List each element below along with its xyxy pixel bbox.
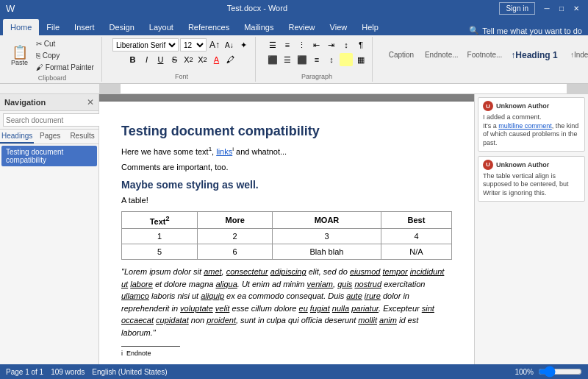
table-cell: 1 bbox=[122, 229, 198, 244]
paragraph-label: Paragraph bbox=[301, 73, 332, 80]
nav-tab-headings[interactable]: Headings bbox=[0, 130, 34, 144]
zoom-slider[interactable] bbox=[538, 366, 582, 378]
horizontal-ruler bbox=[0, 84, 588, 94]
doc-link-links[interactable]: links bbox=[216, 147, 232, 156]
italic-button[interactable]: I bbox=[140, 53, 153, 66]
tab-layout[interactable]: Layout bbox=[142, 19, 181, 35]
border-button[interactable]: ▦ bbox=[354, 53, 368, 66]
align-right-button[interactable]: ⬛ bbox=[295, 53, 309, 66]
nav-tab-results[interactable]: Results bbox=[66, 130, 98, 144]
style-endnote[interactable]: Endnote... bbox=[421, 49, 462, 61]
doc-underline-adipiscing: adipiscing bbox=[270, 267, 306, 276]
doc-underline-aute: aute bbox=[346, 291, 362, 300]
doc-underline-nulla: nulla bbox=[332, 304, 349, 313]
align-left-button[interactable]: ⬛ bbox=[266, 53, 279, 66]
cut-button[interactable]: ✂ Cut bbox=[33, 38, 97, 49]
style-footnote[interactable]: Footnote... bbox=[464, 49, 506, 61]
tab-references[interactable]: References bbox=[181, 19, 237, 35]
doc-underline-nostrud: nostrud bbox=[354, 280, 381, 288]
doc-underline-fugiat: fugiat bbox=[310, 304, 330, 313]
multilevel-button[interactable]: ⋮ bbox=[295, 38, 309, 52]
status-zoom: 100% bbox=[514, 368, 534, 376]
navigation-pane: Navigation ✕ 🔍 Headings Pages Results Te… bbox=[0, 94, 99, 375]
restore-button[interactable]: □ bbox=[556, 3, 567, 13]
table-header-text: Text2 bbox=[122, 211, 198, 229]
numbering-button[interactable]: ≡ bbox=[281, 38, 294, 52]
shading-button[interactable] bbox=[340, 53, 353, 66]
strikethrough-button[interactable]: S bbox=[168, 53, 181, 66]
table-cell: 3 bbox=[273, 229, 381, 244]
tab-mailings[interactable]: Mailings bbox=[237, 19, 281, 35]
line-spacing-button[interactable]: ↕ bbox=[325, 53, 338, 66]
nav-search-input[interactable] bbox=[3, 113, 102, 127]
close-button[interactable]: ✕ bbox=[570, 3, 582, 13]
align-center-button[interactable]: ☰ bbox=[281, 53, 294, 66]
ruler-inner bbox=[99, 84, 588, 93]
ribbon-group-clipboard: 📋 Paste ✂ Cut ⎘ Copy 🖌 Format Painter Cl… bbox=[3, 37, 102, 82]
status-left: Page 1 of 1 109 words English (United St… bbox=[6, 368, 168, 376]
minimize-button[interactable]: ─ bbox=[541, 3, 553, 13]
style-index[interactable]: ↑Index bbox=[563, 49, 588, 61]
doc-footnote-num: i bbox=[121, 350, 123, 357]
clear-format-button[interactable]: ✦ bbox=[237, 38, 251, 52]
nav-item-testing[interactable]: Testing document compatibility bbox=[1, 146, 97, 166]
subscript-button[interactable]: X2 bbox=[182, 53, 195, 66]
style-caption[interactable]: Caption bbox=[383, 49, 420, 61]
doc-underline-irure: irure bbox=[365, 291, 381, 300]
doc-underline-eiusmod: eiusmod bbox=[350, 267, 381, 276]
tell-me-bar[interactable]: 🔍 Tell me what you want to do bbox=[463, 26, 588, 35]
tab-help[interactable]: Help bbox=[354, 19, 386, 35]
style-heading1[interactable]: ↑Heading 1 bbox=[507, 48, 561, 63]
table-cell: N/A bbox=[381, 244, 451, 260]
justify-button[interactable]: ≡ bbox=[310, 53, 323, 66]
font-family-select[interactable]: Liberation Serif bbox=[112, 38, 179, 52]
paste-button[interactable]: 📋 Paste bbox=[7, 43, 32, 68]
copy-button[interactable]: ⎘ Copy bbox=[33, 50, 97, 61]
doc-underline-labore: labore bbox=[130, 280, 153, 288]
highlight-button[interactable]: 🖍 bbox=[223, 53, 237, 66]
bullets-button[interactable]: ☰ bbox=[266, 38, 279, 52]
title-bar: W Test.docx - Word Sign in ─ □ ✕ bbox=[0, 0, 588, 16]
tab-design[interactable]: Design bbox=[102, 19, 142, 35]
nav-search: 🔍 bbox=[0, 111, 98, 130]
bold-button[interactable]: B bbox=[126, 53, 139, 66]
comment-link-multiline[interactable]: multiline comment bbox=[498, 122, 552, 130]
superscript-button[interactable]: X2 bbox=[196, 53, 209, 66]
doc-underline-amet: amet bbox=[204, 267, 221, 276]
tab-insert[interactable]: Insert bbox=[67, 19, 102, 35]
document-area[interactable]: Testing document compatibility Here we h… bbox=[99, 94, 474, 375]
grow-font-button[interactable]: A↑ bbox=[208, 38, 221, 52]
doc-underline-velit: velit bbox=[215, 304, 230, 313]
text-color-button[interactable]: A bbox=[209, 53, 223, 66]
format-painter-button[interactable]: 🖌 Format Painter bbox=[33, 62, 97, 73]
ribbon: 📋 Paste ✂ Cut ⎘ Copy 🖌 Format Painter Cl… bbox=[0, 35, 588, 84]
nav-title: Navigation bbox=[4, 98, 46, 107]
doc-underline-quis: quis bbox=[337, 280, 352, 288]
ruler-right-margin bbox=[567, 84, 587, 93]
increase-indent-button[interactable]: ⇥ bbox=[325, 38, 338, 52]
tab-view[interactable]: View bbox=[323, 19, 355, 35]
comment-text-1: I added a comment. It's a multiline comm… bbox=[483, 113, 580, 148]
signin-button[interactable]: Sign in bbox=[499, 2, 535, 15]
doc-sup-1: 1 bbox=[209, 146, 212, 152]
table-header-best: Best bbox=[381, 211, 451, 229]
font-size-select[interactable]: 12 bbox=[180, 38, 207, 52]
nav-tab-pages[interactable]: Pages bbox=[34, 130, 66, 144]
tab-file[interactable]: File bbox=[39, 19, 67, 35]
decrease-indent-button[interactable]: ⇤ bbox=[310, 38, 323, 52]
comment-header-2: U Unknown Author bbox=[483, 160, 580, 170]
doc-p1: Here we have some text1, linksi and what… bbox=[121, 145, 452, 157]
shrink-font-button[interactable]: A↓ bbox=[223, 38, 236, 52]
doc-underline-anim: anim bbox=[379, 316, 397, 325]
sort-button[interactable]: ↕ bbox=[340, 38, 353, 52]
underline-button[interactable]: U bbox=[154, 53, 167, 66]
show-marks-button[interactable]: ¶ bbox=[354, 38, 368, 52]
ruler-left-margin bbox=[100, 84, 121, 93]
clipboard-label: Clipboard bbox=[38, 74, 67, 82]
doc-underline-aliqua: aliqua bbox=[215, 280, 237, 288]
nav-close-button[interactable]: ✕ bbox=[87, 97, 94, 107]
tab-home[interactable]: Home bbox=[3, 19, 39, 35]
nav-tabs: Headings Pages Results bbox=[0, 130, 98, 144]
tab-review[interactable]: Review bbox=[282, 19, 323, 35]
doc-underline-eu: eu bbox=[299, 304, 308, 313]
